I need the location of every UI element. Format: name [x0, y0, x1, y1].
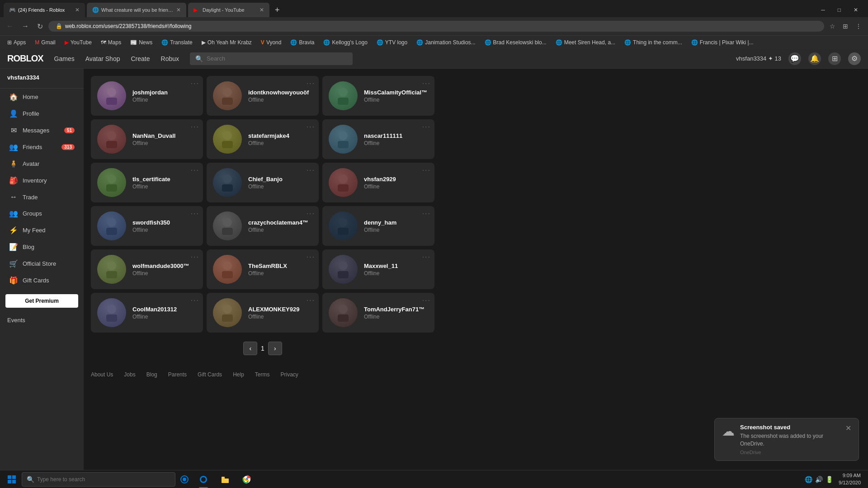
minimize-button[interactable]: ─ [815, 5, 831, 15]
bookmark-maps[interactable]: 🗺 Maps [97, 38, 125, 47]
bookmark-news[interactable]: 📰 News [127, 38, 156, 47]
friend-menu-button[interactable]: ··· [422, 80, 431, 88]
address-bar[interactable]: 🔒 [48, 21, 824, 32]
friend-menu-button[interactable]: ··· [307, 253, 315, 261]
taskbar-search-input[interactable] [37, 476, 170, 483]
settings-icon[interactable]: ⚙ [848, 52, 861, 65]
bookmark-brad[interactable]: 🌐 Brad Keselowski blo... [481, 38, 550, 47]
sidebar-item-groups[interactable]: 👥 Groups [2, 206, 82, 221]
bookmark-siren[interactable]: 🌐 Meet Siren Head, a... [552, 38, 619, 47]
footer-link[interactable]: Help [233, 371, 244, 378]
taskbar-file-explorer[interactable] [215, 470, 235, 488]
friend-menu-button[interactable]: ··· [422, 210, 431, 218]
taskbar-chrome[interactable] [237, 470, 257, 488]
nav-robux[interactable]: Robux [161, 53, 179, 64]
sidebar-item-inventory[interactable]: 🎒 Inventory [2, 173, 82, 188]
close-button[interactable]: ✕ [847, 5, 864, 15]
tab-search[interactable]: ⊞ [840, 21, 851, 32]
tab-creature[interactable]: 🌐 What creature will you be friends... ✕ [87, 3, 186, 17]
get-premium-button[interactable]: Get Premium [5, 294, 78, 308]
friend-menu-button[interactable]: ··· [191, 296, 199, 305]
tab-close-roblox[interactable]: ✕ [75, 7, 80, 13]
address-input[interactable] [65, 23, 817, 29]
taskbar-edge[interactable] [193, 470, 213, 488]
footer-link[interactable]: Jobs [124, 371, 135, 378]
bookmark-apps[interactable]: ⊞ Apps [4, 38, 29, 47]
browser-menu[interactable]: ⋮ [853, 21, 864, 32]
sidebar-item-myfeed[interactable]: ⚡ My Feed [2, 222, 82, 238]
next-page-button[interactable]: › [268, 342, 282, 355]
friend-menu-button[interactable]: ··· [191, 210, 199, 218]
sidebar-item-profile[interactable]: 👤 Profile [2, 106, 82, 122]
search-box[interactable]: 🔍 [190, 52, 353, 65]
friend-menu-button[interactable]: ··· [307, 210, 315, 218]
reload-button[interactable]: ↻ [34, 20, 46, 33]
friend-menu-button[interactable]: ··· [422, 253, 431, 261]
footer-link[interactable]: Gift Cards [198, 371, 222, 378]
new-tab-button[interactable]: + [271, 5, 283, 15]
start-button[interactable] [4, 471, 20, 488]
friend-menu-button[interactable]: ··· [191, 253, 199, 261]
tab-youtube[interactable]: ▶ Daylight - YouTube ✕ [188, 3, 269, 17]
nav-create[interactable]: Create [131, 53, 150, 64]
footer-link[interactable]: Blog [146, 371, 157, 378]
footer-link[interactable]: Terms [255, 371, 270, 378]
friend-menu-button[interactable]: ··· [191, 123, 199, 131]
sidebar-item-official-store[interactable]: 🛒 Official Store [2, 256, 82, 272]
bookmark-translate[interactable]: 🌐 Translate [158, 38, 196, 47]
sidebar-item-messages[interactable]: ✉ Messages 51 [2, 122, 82, 138]
notifications-icon[interactable]: 🔔 [808, 52, 821, 65]
bookmark-vyond[interactable]: V Vyond [257, 38, 285, 47]
network-icon[interactable]: 🌐 [805, 476, 812, 483]
back-button[interactable]: ← [4, 20, 16, 32]
forward-button[interactable]: → [19, 20, 32, 32]
sidebar-item-friends[interactable]: 👥 Friends 313 [2, 139, 82, 155]
bookmark-gmail[interactable]: M Gmail [31, 38, 59, 47]
volume-icon[interactable]: 🔊 [815, 476, 823, 483]
tab-roblox[interactable]: 🎮 (24) Friends - Roblox ✕ [4, 3, 85, 17]
bookmark-kellogg[interactable]: 🌐 Kellogg's Logo [320, 38, 371, 47]
friend-menu-button[interactable]: ··· [307, 80, 315, 88]
footer-link[interactable]: About Us [91, 371, 113, 378]
search-input[interactable] [207, 55, 347, 62]
sidebar-item-blog[interactable]: 📝 Blog [2, 239, 82, 255]
footer-link[interactable]: Privacy [280, 371, 298, 378]
friend-menu-button[interactable]: ··· [422, 123, 431, 131]
sidebar-item-home[interactable]: 🏠 Home [2, 89, 82, 105]
roblox-logo[interactable]: ROBLOX [7, 53, 43, 64]
friend-menu-button[interactable]: ··· [307, 123, 315, 131]
friend-menu-button[interactable]: ··· [307, 166, 315, 174]
footer-link[interactable]: Parents [168, 371, 187, 378]
friend-menu-button[interactable]: ··· [307, 296, 315, 305]
tab-close-creature[interactable]: ✕ [176, 7, 181, 13]
battery-icon[interactable]: 🔋 [826, 476, 833, 483]
friend-menu-button[interactable]: ··· [191, 80, 199, 88]
maximize-button[interactable]: □ [831, 5, 847, 15]
bookmark-francis[interactable]: 🌐 Francis | Pixar Wiki |... [688, 38, 757, 47]
bookmark-thing[interactable]: 🌐 Thing in the comm... [621, 38, 686, 47]
bookmark-youtube[interactable]: ▶ YouTube [61, 38, 95, 47]
cortana-button[interactable] [177, 472, 192, 487]
prev-page-button[interactable]: ‹ [243, 342, 257, 355]
sidebar-item-avatar[interactable]: 🧍 Avatar [2, 156, 82, 172]
sidebar-item-gift-cards[interactable]: 🎁 Gift Cards [2, 272, 82, 288]
bookmark-krabz[interactable]: ▶ Oh Yeah Mr Krabz [198, 38, 255, 47]
nav-games[interactable]: Games [54, 53, 75, 64]
bookmark-janimation[interactable]: 🌐 Janimation Studios... [413, 38, 479, 47]
sidebar-item-trade[interactable]: ↔ Trade [2, 189, 82, 205]
bookmark-bravia[interactable]: 🌐 Bravia [287, 38, 318, 47]
friend-menu-button[interactable]: ··· [422, 166, 431, 174]
bookmark-star[interactable]: ☆ [827, 21, 838, 32]
tab-title-youtube: Daylight - YouTube [203, 7, 257, 13]
nav-avatar-shop[interactable]: Avatar Shop [85, 53, 120, 64]
taskbar-clock[interactable]: 9:09 AM 9/12/2020 [835, 472, 864, 486]
taskbar-search-box[interactable]: 🔍 [22, 472, 175, 487]
friend-menu-button[interactable]: ··· [191, 166, 199, 174]
toast-close-button[interactable]: ✕ [845, 424, 851, 432]
tab-close-youtube[interactable]: ✕ [259, 7, 264, 13]
ytv-icon: 🌐 [377, 39, 383, 46]
friend-menu-button[interactable]: ··· [422, 296, 431, 305]
home-icon-top[interactable]: ⊞ [828, 52, 841, 65]
chat-icon[interactable]: 💬 [788, 52, 801, 65]
bookmark-ytv[interactable]: 🌐 YTV logo [373, 38, 411, 47]
